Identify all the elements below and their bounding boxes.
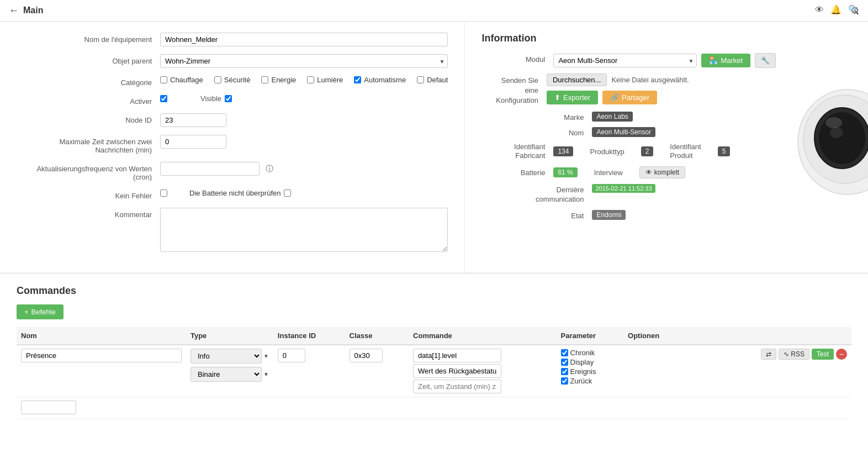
type-select[interactable]: Info Action	[190, 349, 262, 364]
check-energie-input[interactable]	[261, 76, 268, 83]
td-classe	[345, 345, 409, 397]
market-label: Market	[721, 56, 743, 65]
check-defaut-input[interactable]	[417, 76, 424, 83]
produkttyp-badge: 2	[641, 146, 654, 156]
check-automatisme-label: Automatisme	[364, 76, 406, 84]
marke-label: Marke	[481, 112, 592, 122]
activer-checkbox[interactable]	[160, 95, 167, 102]
check-automatisme: Automatisme	[354, 76, 406, 84]
batterie-check-input[interactable]	[284, 190, 291, 197]
col-instance-id: Instance ID	[273, 327, 345, 345]
market-button[interactable]: 🏪 Market	[701, 54, 750, 67]
modul-value-area: Aeon Multi-Sensor ▼ 🏪 Market 🔧	[553, 53, 776, 68]
commands-tbody: Info Action ▼ Binaire Numérique ▼	[17, 345, 851, 419]
partager-button[interactable]: 🔗 Partager	[602, 91, 657, 104]
back-icon[interactable]: ←	[9, 5, 19, 17]
param-chronik-label: Chronik	[570, 349, 595, 357]
test-button[interactable]: Test	[812, 349, 834, 360]
browse-area: Durchsuchen... Keine Datei ausgewählt.	[547, 73, 689, 86]
kommentar-row: Kommentar	[17, 208, 448, 254]
max-time-input[interactable]	[160, 135, 226, 149]
visible-checkbox[interactable]	[225, 95, 232, 102]
copy-button[interactable]: ⇄	[761, 349, 776, 360]
commands-section: Commandes + Befehle Nom Type Instance ID…	[0, 273, 868, 430]
svg-point-7	[825, 117, 842, 128]
check-automatisme-input[interactable]	[354, 76, 361, 83]
subtype-select[interactable]: Binaire Numérique	[190, 367, 262, 382]
nom-equipement-control	[160, 33, 448, 46]
kein-fehler-checkbox[interactable]	[160, 190, 167, 197]
rss-button[interactable]: ∿ RSS	[779, 349, 809, 360]
td-parameter: Chronik Display Ereignis Zurück	[557, 345, 624, 397]
remove-button[interactable]: −	[836, 349, 847, 360]
commande-input2[interactable]	[413, 364, 501, 378]
identifiant-prod-label: IdentifiantProduit	[670, 143, 701, 161]
max-time-label: Maximale Zeit zwischen zweiNachrichten (…	[17, 135, 160, 154]
nom-badge: Aeon Multi-Sensor	[592, 127, 655, 137]
commande-input3[interactable]	[413, 380, 501, 393]
batterie-values: 61 % Interview 👁 komplett	[553, 166, 685, 178]
batterie-label: Die Batterie nicht überprüfen	[189, 189, 280, 197]
table-row: Info Action ▼ Binaire Numérique ▼	[17, 345, 851, 397]
check-lumiere-input[interactable]	[307, 76, 314, 83]
aktualisierung-label: Aktualisierungsfrequenz von Werten(cron)	[17, 162, 160, 181]
interview-label: Interview	[594, 169, 623, 177]
nom-equipement-input[interactable]	[160, 33, 448, 46]
classe-input[interactable]	[350, 349, 383, 362]
param-zuruck-check[interactable]	[561, 377, 568, 385]
activer-control: Visible	[160, 94, 448, 103]
nom-info-row: Nom Aeon Multi-Sensor	[481, 127, 776, 137]
param-checks: Chronik Display Ereignis Zurück	[561, 349, 620, 385]
nom-input[interactable]	[21, 349, 182, 362]
objet-parent-select-wrapper: Wohn-Zimmer ▼	[160, 54, 448, 68]
param-chronik-check[interactable]	[561, 349, 568, 356]
senden-row: Senden SieeineKonfiguration Durchsuchen.…	[481, 73, 776, 106]
etat-label: Etat	[481, 210, 592, 220]
interview-button[interactable]: 👁 komplett	[639, 166, 685, 178]
table-row-2	[17, 397, 851, 419]
produkttyp-label: Produkttyp	[590, 148, 624, 156]
exporter-label: Exporter	[563, 93, 590, 102]
nom-equipement-row: Nom de l'équipement	[17, 33, 448, 46]
add-command-label: Befehle	[31, 308, 56, 316]
node-id-input[interactable]	[160, 113, 226, 127]
derniere-value: 2015-02-21 11:52:33	[592, 184, 655, 193]
param-ereignis-check[interactable]	[561, 368, 568, 375]
add-command-button[interactable]: + Befehle	[17, 304, 63, 319]
eye-icon[interactable]: 👁	[815, 5, 824, 15]
commande-input1[interactable]	[413, 349, 501, 362]
col-parameter: Parameter	[557, 327, 624, 345]
td-type-2	[186, 397, 273, 419]
check-securite-input[interactable]	[214, 76, 221, 83]
batterie-badge: 61 %	[553, 167, 577, 177]
header-left: ← Main	[9, 5, 43, 17]
param-display-check[interactable]	[561, 359, 568, 366]
check-securite-label: Sécurité	[224, 76, 251, 84]
batterie-info-label: Batterie	[481, 169, 553, 177]
nom-info-label: Nom	[481, 127, 592, 137]
bell-icon[interactable]: 🔔	[830, 4, 841, 15]
left-panel: Nom de l'équipement Objet parent Wohn-Zi…	[0, 22, 465, 272]
aktualisierung-input[interactable]	[160, 162, 260, 176]
aktualisierung-row: Aktualisierungsfrequenz von Werten(cron)…	[17, 162, 448, 181]
search-icon[interactable]: 🔍	[848, 4, 859, 15]
share-icon: 🔗	[610, 93, 619, 102]
kommentar-textarea[interactable]	[160, 208, 448, 252]
modul-select[interactable]: Aeon Multi-Sensor	[553, 54, 697, 67]
marke-row: Marke Aeon Labs	[481, 112, 776, 122]
wrench-button[interactable]: 🔧	[755, 53, 776, 68]
check-defaut-label: Defaut	[427, 76, 448, 84]
nom-input-2[interactable]	[21, 401, 76, 414]
activer-label: Activer	[17, 94, 160, 106]
objet-parent-select[interactable]: Wohn-Zimmer	[160, 54, 448, 68]
max-time-control	[160, 135, 448, 149]
partager-label: Partager	[622, 93, 649, 102]
browse-button[interactable]: Durchsuchen...	[547, 73, 607, 86]
categorie-label: Catégorie	[17, 76, 160, 87]
instance-id-input[interactable]	[278, 349, 305, 362]
check-securite: Sécurité	[214, 76, 251, 84]
help-icon[interactable]: ⓘ	[266, 164, 273, 174]
col-actions	[707, 327, 851, 345]
exporter-button[interactable]: ⬆ Exporter	[547, 91, 598, 104]
check-chauffage-input[interactable]	[160, 76, 167, 83]
